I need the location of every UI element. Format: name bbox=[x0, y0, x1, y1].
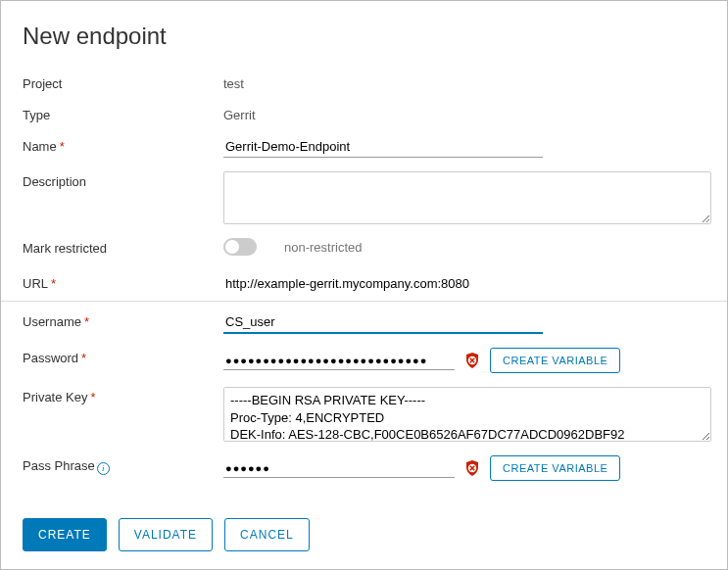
label-project: Project bbox=[23, 73, 223, 91]
info-icon[interactable]: i bbox=[97, 462, 110, 475]
required-asterisk: * bbox=[84, 314, 89, 329]
cancel-button[interactable]: CANCEL bbox=[224, 518, 310, 551]
label-username: Username* bbox=[23, 311, 223, 329]
create-variable-button-passphrase[interactable]: CREATE VARIABLE bbox=[490, 455, 620, 481]
name-input[interactable] bbox=[223, 136, 543, 158]
required-asterisk: * bbox=[60, 139, 65, 154]
value-type: Gerrit bbox=[223, 105, 256, 122]
error-shield-icon bbox=[464, 353, 480, 368]
label-password: Password* bbox=[23, 348, 223, 365]
pass-phrase-input[interactable] bbox=[223, 459, 455, 478]
page-title: New endpoint bbox=[23, 23, 705, 50]
username-input[interactable] bbox=[223, 311, 543, 334]
restricted-state-label: non-restricted bbox=[284, 240, 362, 255]
label-restricted: Mark restricted bbox=[23, 238, 223, 256]
row-password: Password* CREATE VARIABLE bbox=[23, 348, 705, 373]
required-asterisk: * bbox=[51, 276, 56, 291]
row-username: Username* bbox=[23, 311, 705, 334]
label-pass-phrase: Pass Phrasei bbox=[23, 455, 223, 475]
restricted-toggle[interactable] bbox=[223, 238, 257, 256]
row-type: Type Gerrit bbox=[23, 105, 705, 126]
error-shield-icon bbox=[464, 460, 480, 476]
footer-actions: CREATE VALIDATE CANCEL bbox=[23, 518, 310, 551]
password-input[interactable] bbox=[223, 352, 455, 370]
private-key-input[interactable] bbox=[223, 387, 711, 442]
create-variable-button-password[interactable]: CREATE VARIABLE bbox=[490, 348, 620, 373]
new-endpoint-panel: New endpoint Project test Type Gerrit Na… bbox=[0, 0, 728, 570]
row-project: Project test bbox=[23, 73, 705, 95]
row-private-key: Private Key* bbox=[23, 387, 705, 442]
row-pass-phrase: Pass Phrasei CREATE VARIABLE bbox=[23, 455, 705, 481]
label-description: Description bbox=[23, 171, 223, 189]
label-type: Type bbox=[23, 105, 223, 122]
required-asterisk: * bbox=[81, 351, 86, 365]
row-restricted: Mark restricted non-restricted bbox=[23, 238, 705, 260]
row-name: Name* bbox=[23, 136, 705, 158]
description-input[interactable] bbox=[223, 171, 711, 224]
row-url: URL* bbox=[23, 273, 705, 295]
label-url: URL* bbox=[23, 273, 223, 291]
required-asterisk: * bbox=[90, 390, 95, 404]
url-input[interactable] bbox=[223, 273, 684, 294]
value-project: test bbox=[223, 73, 244, 91]
label-private-key: Private Key* bbox=[23, 387, 223, 404]
row-description: Description bbox=[23, 171, 705, 224]
label-name: Name* bbox=[23, 136, 223, 154]
validate-button[interactable]: VALIDATE bbox=[119, 518, 213, 551]
create-button[interactable]: CREATE bbox=[23, 518, 107, 551]
